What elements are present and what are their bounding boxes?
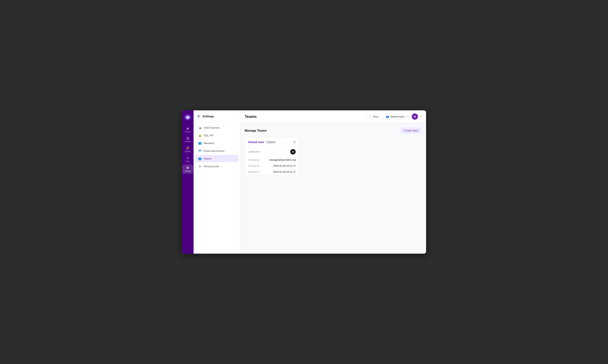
main-body: Manage Teams Create Team Default team Cu… [240, 123, 426, 254]
docs-button[interactable]: 📄 Docs [366, 114, 382, 119]
chevron-down-icon: ∨ [406, 115, 407, 118]
sidebar-item-sql-api[interactable]: 🔒 SQL API [195, 132, 238, 139]
info-icon: ℹ [198, 165, 202, 168]
nav-item-explore[interactable]: ◈ Explore [182, 125, 193, 134]
signals-icon: ⚡ [186, 146, 190, 150]
team-members-row: 1 Members M [245, 147, 299, 157]
settings-icon: ⚙ [186, 166, 189, 169]
settings-header-icon: ⚙ [197, 114, 201, 118]
members-icon: 👥 [198, 141, 202, 145]
sidebar-title: Settings [203, 115, 214, 118]
sidebar: ⚙ Settings ☁ Data Sources 🔒 SQL API 👥 Me… [194, 110, 240, 254]
team-card-header: Default team Current ⚙ [245, 138, 299, 147]
lock-icon: 🔒 [198, 134, 202, 137]
left-navigation: ◈ Explore ⊞ Models ⚡ Signals ≡ Logs ⚙ Se… [182, 110, 194, 254]
member-avatar: M [290, 149, 296, 155]
sidebar-item-teams[interactable]: 👥 Teams [195, 155, 238, 162]
created-at-label: Created At [248, 165, 259, 167]
docs-icon: 📄 [369, 115, 372, 118]
page-title: Teams [245, 115, 257, 119]
updated-at-label: Updated At [248, 170, 259, 173]
logs-icon: ≡ [187, 156, 189, 160]
main-header: Teams 📄 Docs 👥 Default team ∨ M ∨ [240, 110, 426, 123]
sidebar-item-label-roles: Roles and Access [204, 149, 224, 152]
updated-at-row: Updated At 2024-01-26 16:11:17 [245, 169, 299, 175]
updated-at-value: 2024-01-26 16:11:17 [273, 170, 296, 173]
nav-item-models[interactable]: ⊞ Models [182, 135, 193, 144]
created-at-value: 2024-01-26 16:11:17 [273, 165, 296, 167]
sidebar-item-personal-info[interactable]: ℹ Personal Info [195, 163, 238, 170]
models-icon: ⊞ [186, 136, 189, 140]
sidebar-menu: ☁ Data Sources 🔒 SQL API 👥 Members 🪪 Rol… [194, 122, 240, 172]
current-badge: Current [266, 141, 276, 144]
sidebar-item-label-teams: Teams [204, 157, 211, 160]
user-avatar[interactable]: M [412, 114, 418, 120]
created-by-row: Created by manager@synmetrix.org [245, 157, 299, 163]
explore-icon: ◈ [186, 127, 189, 130]
team-name-row: Default team Current [248, 141, 276, 144]
created-by-label: Created by [248, 158, 259, 161]
team-selector-button[interactable]: 👥 Default team ∨ [383, 114, 410, 119]
header-actions: 📄 Docs 👥 Default team ∨ M ∨ [366, 114, 421, 120]
team-selector-icon: 👥 [386, 115, 389, 118]
sidebar-item-data-sources[interactable]: ☁ Data Sources [195, 124, 238, 131]
nav-item-settings[interactable]: ⚙ Settings [182, 165, 193, 174]
sidebar-item-label-members: Members [204, 142, 215, 145]
sidebar-item-label-sql-api: SQL API [204, 134, 214, 137]
sidebar-item-label-personal-info: Personal Info [204, 165, 219, 168]
gear-icon[interactable]: ⚙ [293, 140, 296, 144]
create-team-button[interactable]: Create Team [401, 128, 421, 134]
manage-teams-header: Manage Teams Create Team [245, 128, 421, 134]
cloud-icon: ☁ [198, 126, 202, 129]
team-card: Default team Current ⚙ 1 Members M Creat… [245, 137, 299, 175]
teams-icon: 👥 [198, 157, 202, 160]
app-logo [184, 114, 192, 121]
sidebar-header: ⚙ Settings [194, 110, 240, 122]
user-chevron-icon: ∨ [420, 115, 421, 118]
roles-icon: 🪪 [198, 149, 202, 153]
app-window: ◈ Explore ⊞ Models ⚡ Signals ≡ Logs ⚙ Se… [182, 110, 426, 254]
members-count: 1 Members [248, 150, 260, 153]
sidebar-item-members[interactable]: 👥 Members [195, 139, 238, 147]
created-by-value: manager@synmetrix.org [269, 158, 296, 161]
nav-item-logs[interactable]: ≡ Logs [182, 155, 193, 164]
created-at-row: Created At 2024-01-26 16:11:17 [245, 163, 299, 169]
sidebar-item-label-data-sources: Data Sources [204, 126, 219, 129]
manage-teams-title: Manage Teams [245, 129, 267, 132]
team-name: Default team [248, 141, 264, 144]
main-content: Teams 📄 Docs 👥 Default team ∨ M ∨ [240, 110, 426, 254]
nav-item-signals[interactable]: ⚡ Signals [182, 145, 193, 154]
sidebar-item-roles-and-access[interactable]: 🪪 Roles and Access [195, 147, 238, 155]
